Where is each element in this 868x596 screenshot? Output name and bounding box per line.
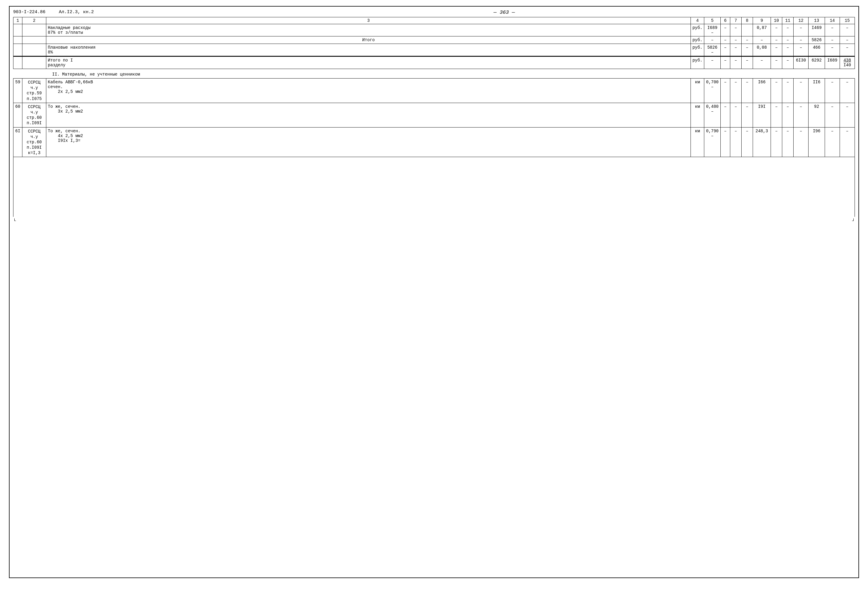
col-header-11: 11 xyxy=(782,17,794,24)
cell-row60-14: – xyxy=(825,103,840,127)
cell-row59-10: – xyxy=(771,78,782,103)
cell-12: – xyxy=(794,24,809,37)
col-header-8: 8 xyxy=(742,17,753,24)
table-row: Плановые накопления8% руб. 5826 – – – – … xyxy=(13,44,855,56)
cell-row59-6: – xyxy=(721,78,730,103)
bottom-left-corner-label: └ xyxy=(13,218,16,224)
cell-12: 6I30 xyxy=(794,56,809,69)
cell-3: Итого по Iразделу xyxy=(46,56,691,69)
cell-11: – xyxy=(782,56,794,69)
cell-row61-14: – xyxy=(825,127,840,157)
cell-7: – xyxy=(730,56,742,69)
col-header-3: 3 xyxy=(46,17,691,24)
cell-12: – xyxy=(794,44,809,56)
cell-3-text: Накладные расходы87% от з/платы xyxy=(48,25,90,35)
cell-row59-15: – xyxy=(840,78,855,103)
cell-row60-13: 92 xyxy=(809,103,825,127)
total-section-text: Итого по Iразделу xyxy=(48,58,73,68)
cell-15-top: 438 xyxy=(843,58,851,63)
col-header-1: 1 xyxy=(13,17,22,24)
cell-10: – xyxy=(771,37,782,44)
cell-1 xyxy=(13,56,22,69)
cell-10: – xyxy=(771,44,782,56)
cell-row61-9: 248,3 xyxy=(753,127,771,157)
cell-9: – xyxy=(753,37,771,44)
cell-9: 0,08 xyxy=(753,44,771,56)
header-row: 1 2 3 4 5 6 7 8 9 10 11 12 13 14 15 xyxy=(13,17,855,24)
cell-row60-7: – xyxy=(730,103,742,127)
cell-row61-11: – xyxy=(782,127,794,157)
cell-15: – xyxy=(840,44,855,56)
cell-row60-15: – xyxy=(840,103,855,127)
cell-3: Итого xyxy=(46,37,691,44)
cell-row60-8: – xyxy=(742,103,753,127)
col-header-14: 14 xyxy=(825,17,840,24)
cell-row59-9: I66 xyxy=(753,78,771,103)
cell-row61-2: ССРСЦч.устр.60п.I09Iк=I,3 xyxy=(22,127,46,157)
cell-1 xyxy=(13,37,22,44)
col-header-6: 6 xyxy=(721,17,730,24)
bottom-right-corner-label: ┘ xyxy=(852,218,855,224)
table-row-60: 60 ССРСЦч.устр.60п.I09I То же, сечен. 3х… xyxy=(13,103,855,127)
cell-row59-13: II6 xyxy=(809,78,825,103)
col-header-4: 4 xyxy=(691,17,704,24)
cell-row60-6: – xyxy=(721,103,730,127)
cell-11: – xyxy=(782,24,794,37)
spacer-row xyxy=(13,157,855,217)
cell-row59-5: 0,700 – xyxy=(704,78,721,103)
cell-row59-8: – xyxy=(742,78,753,103)
main-table: 1 2 3 4 5 6 7 8 9 10 11 12 13 14 15 xyxy=(13,17,855,217)
cell-row60-2: ССРСЦч.устр.60п.I09I xyxy=(22,103,46,127)
cell-row60-5: 0,480 – xyxy=(704,103,721,127)
cell-row60-4: км xyxy=(691,103,704,127)
cell-8 xyxy=(742,24,753,37)
cell-8: – xyxy=(742,44,753,56)
cell-row61-8: – xyxy=(742,127,753,157)
cell-row59-4: км xyxy=(691,78,704,103)
cell-2 xyxy=(22,24,46,37)
cell-13: I469 xyxy=(809,24,825,37)
cell-row59-2: ССРСЦч.устр.59п.I075 xyxy=(22,78,46,103)
cell-2 xyxy=(22,44,46,56)
cell-7: – xyxy=(730,44,742,56)
cell-9: 0,87 xyxy=(753,24,771,37)
cell-row61-15: – xyxy=(840,127,855,157)
col-header-13: 13 xyxy=(809,17,825,24)
cell-row59-7: – xyxy=(730,78,742,103)
col-header-15: 15 xyxy=(840,17,855,24)
cell-row59-12: – xyxy=(794,78,809,103)
spacer-cell xyxy=(13,157,855,217)
cell-9: – xyxy=(753,56,771,69)
cell-11: – xyxy=(782,44,794,56)
page-num-text: — 363 — xyxy=(494,10,515,15)
cell-1 xyxy=(13,44,22,56)
cell-15: 438 I40 xyxy=(840,56,855,69)
col-header-5: 5 xyxy=(704,17,721,24)
cell-14: – xyxy=(825,24,840,37)
cell-row61-7: – xyxy=(730,127,742,157)
cell-row61-13: I96 xyxy=(809,127,825,157)
plan-text: Плановые накопления8% xyxy=(48,45,96,55)
col-header-7: 7 xyxy=(730,17,742,24)
cell-row59-11: – xyxy=(782,78,794,103)
cell-row61-12: – xyxy=(794,127,809,157)
table-row: Итого руб. – – – – – – – – 5826 – – xyxy=(13,37,855,44)
cell-10: – xyxy=(771,24,782,37)
itogo-label: Итого xyxy=(362,38,375,43)
table-row: Накладные расходы87% от з/платы руб. I68… xyxy=(13,24,855,37)
table-row-59: 59 ССРСЦч.устр.59п.I075 Кабель АВВГ-0,66… xyxy=(13,78,855,103)
cell-8: – xyxy=(742,56,753,69)
cell-6: – xyxy=(721,24,730,37)
table-row-total: Итого по Iразделу руб. – – – – – – – 6I3… xyxy=(13,56,855,69)
doc-id-text: 903-I-224.86 xyxy=(13,10,46,15)
cell-14: – xyxy=(825,37,840,44)
cell-11: – xyxy=(782,37,794,44)
cell-15-bot: I40 xyxy=(843,63,851,68)
cell-13: 466 xyxy=(809,44,825,56)
cell-row61-1: 6I xyxy=(13,127,22,157)
doc-id: 903-I-224.86 Ал.I2.3, кн.2 xyxy=(13,10,94,15)
col-header-2: 2 xyxy=(22,17,46,24)
col-header-9: 9 xyxy=(753,17,771,24)
cell-5: – xyxy=(704,37,721,44)
cell-13: 6292 xyxy=(809,56,825,69)
